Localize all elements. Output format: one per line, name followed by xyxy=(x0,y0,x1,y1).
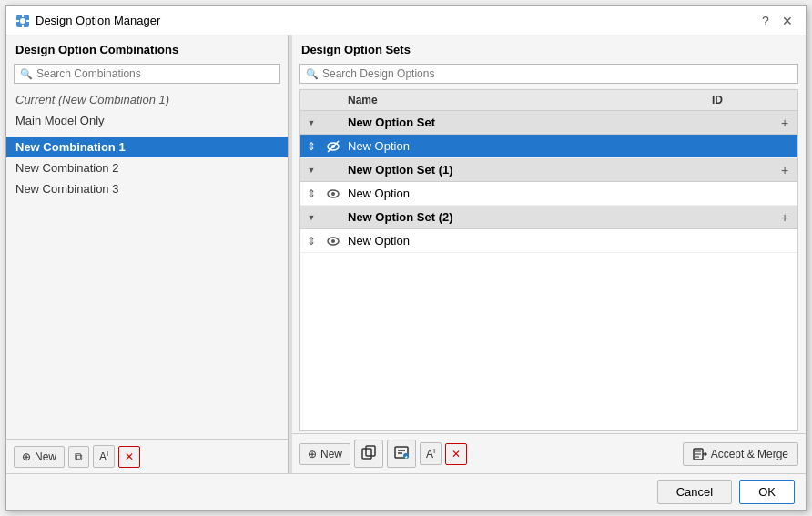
expand-icon[interactable] xyxy=(300,235,322,248)
new-label: New xyxy=(35,450,56,463)
left-panel: Design Option Combinations 🔍 Current (Ne… xyxy=(6,35,289,473)
duplicate-icon: ⧉ xyxy=(75,450,83,463)
right-panel-header: Design Option Sets xyxy=(292,35,806,60)
option-name: New Option xyxy=(344,139,663,153)
left-search-box: 🔍 xyxy=(14,64,280,84)
dialog: Design Option Manager ? ✕ Design Option … xyxy=(5,5,807,511)
svg-rect-2 xyxy=(22,15,24,17)
option-name: New Option xyxy=(344,234,663,248)
right-delete-button[interactable]: ✕ xyxy=(445,443,467,465)
dialog-title: Design Option Manager xyxy=(36,14,160,27)
right-toolbar: ⊕ New xyxy=(292,433,806,473)
accept-merge-button[interactable]: Accept & Merge xyxy=(683,442,798,466)
close-button[interactable]: ✕ xyxy=(778,12,797,30)
svg-rect-3 xyxy=(22,25,24,27)
add-option-button[interactable]: + xyxy=(772,163,797,177)
rename-icon: AI xyxy=(99,450,108,463)
header-icon-col xyxy=(322,94,344,106)
title-bar-right: ? ✕ xyxy=(756,12,797,30)
right-search-icon: 🔍 xyxy=(306,68,319,80)
merge-icon xyxy=(693,447,707,461)
option-set-name: New Option Set xyxy=(344,116,663,129)
main-content: Design Option Combinations 🔍 Current (Ne… xyxy=(6,35,806,473)
left-search-input[interactable] xyxy=(36,67,274,80)
eye-icon xyxy=(326,187,340,201)
list-item[interactable]: New Combination 3 xyxy=(6,178,288,199)
expand-icon[interactable] xyxy=(300,117,322,127)
plus-icon: ⊕ xyxy=(22,450,31,463)
footer-bar: Cancel OK xyxy=(6,473,806,510)
right-search-box: 🔍 xyxy=(299,64,798,84)
expand-icon[interactable] xyxy=(300,165,322,175)
left-search-icon: 🔍 xyxy=(20,68,33,80)
accept-merge-label: Accept & Merge xyxy=(711,448,788,460)
left-panel-header: Design Option Combinations xyxy=(6,35,288,60)
new-label: New xyxy=(320,448,342,460)
right-panel: Design Option Sets 🔍 Name ID xyxy=(292,35,806,473)
option-set-row[interactable]: New Option Set + xyxy=(300,111,797,135)
header-expand-col xyxy=(300,94,322,106)
right-search-input[interactable] xyxy=(322,67,792,80)
table-header: Name ID xyxy=(300,90,797,111)
svg-rect-4 xyxy=(16,20,19,22)
option-set-row[interactable]: New Option Set (1) + xyxy=(300,158,797,182)
option-set-name: New Option Set (2) xyxy=(344,210,663,224)
list-item[interactable]: New Combination 1 xyxy=(6,137,288,157)
delete-icon: ✕ xyxy=(452,448,461,460)
header-name-col: Name xyxy=(344,94,663,106)
duplicate-icon xyxy=(360,444,377,463)
right-duplicate-button[interactable] xyxy=(354,440,383,468)
expand-icon[interactable] xyxy=(300,187,322,200)
header-action-col xyxy=(772,94,797,106)
option-name: New Option xyxy=(344,187,663,200)
left-toolbar: ⊕ New ⧉ AI ✕ xyxy=(6,439,288,473)
left-new-button[interactable]: ⊕ New xyxy=(14,446,65,468)
right-make-primary-button[interactable]: ★ xyxy=(387,440,416,468)
eye-icon xyxy=(326,139,340,154)
option-set-row[interactable]: New Option Set (2) + xyxy=(300,206,797,229)
eye-icon-cell[interactable] xyxy=(322,187,344,201)
expand-icon[interactable] xyxy=(300,212,322,222)
eye-icon-cell[interactable] xyxy=(322,234,344,248)
option-row[interactable]: New Option xyxy=(300,229,797,253)
delete-icon: ✕ xyxy=(125,450,134,463)
rename-icon: AI xyxy=(426,447,435,460)
svg-rect-5 xyxy=(26,20,29,22)
option-row[interactable]: New Option xyxy=(300,135,797,158)
right-rename-button[interactable]: AI xyxy=(420,442,442,465)
plus-icon: ⊕ xyxy=(308,448,317,460)
right-new-button[interactable]: ⊕ New xyxy=(299,443,350,465)
expand-icon[interactable] xyxy=(300,140,322,153)
left-delete-button[interactable]: ✕ xyxy=(118,446,140,468)
left-duplicate-button[interactable]: ⧉ xyxy=(68,446,89,468)
cancel-button[interactable]: Cancel xyxy=(657,480,732,504)
app-icon xyxy=(15,14,30,28)
eye-icon-cell[interactable] xyxy=(322,139,344,154)
options-table: Name ID New Option Set + xyxy=(299,89,798,431)
option-set-name: New Option Set (1) xyxy=(344,163,663,177)
left-rename-button[interactable]: AI xyxy=(93,445,115,468)
title-bar-left: Design Option Manager xyxy=(15,14,160,28)
add-option-button[interactable]: + xyxy=(772,116,797,130)
svg-rect-13 xyxy=(362,449,371,459)
header-id-col: ID xyxy=(663,94,772,106)
svg-point-10 xyxy=(331,192,335,196)
eye-icon xyxy=(326,234,340,248)
title-bar: Design Option Manager ? ✕ xyxy=(6,6,806,35)
combo-list: Current (New Combination 1) Main Model O… xyxy=(6,87,288,439)
list-item[interactable]: Main Model Only xyxy=(6,110,288,131)
list-item[interactable]: New Combination 2 xyxy=(6,157,288,178)
ok-button[interactable]: OK xyxy=(739,480,795,504)
svg-point-12 xyxy=(331,239,335,243)
make-primary-icon: ★ xyxy=(393,444,410,463)
svg-point-1 xyxy=(20,18,25,24)
option-row[interactable]: New Option xyxy=(300,182,797,206)
list-item[interactable]: Current (New Combination 1) xyxy=(6,89,288,110)
help-button[interactable]: ? xyxy=(756,12,775,30)
svg-rect-14 xyxy=(366,446,375,456)
add-option-button[interactable]: + xyxy=(772,210,797,225)
